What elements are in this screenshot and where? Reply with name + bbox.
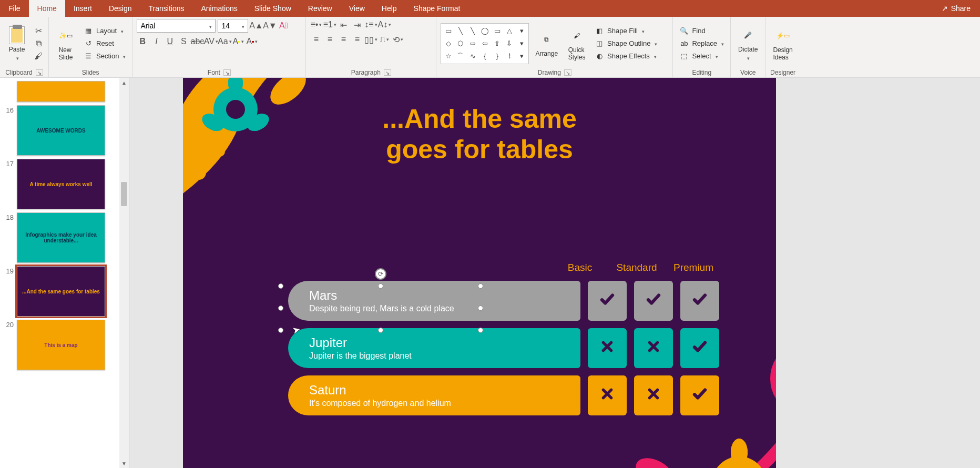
- shapes-gallery[interactable]: ▭╲╲◯▭△▾ ◇⬡⇨⇦⇧⇩▾ ☆⌒∿{}⌇▾: [441, 23, 529, 64]
- drawing-launcher[interactable]: ↘: [564, 69, 571, 76]
- thumbnail-scrollbar[interactable]: ▲ ▼: [119, 78, 129, 468]
- reset-button[interactable]: ↺Reset: [81, 38, 128, 49]
- find-button[interactable]: 🔍Find: [677, 25, 726, 37]
- paragraph-launcher[interactable]: ↘: [384, 69, 391, 76]
- slide-thumbnail[interactable]: Infographics make your idea understable.…: [17, 212, 105, 263]
- numbering-button[interactable]: ≡1: [324, 19, 335, 30]
- tab-file[interactable]: File: [0, 0, 29, 17]
- section-button[interactable]: ☰Section: [81, 50, 128, 62]
- slide-thumbnail[interactable]: AWESOME WORDS: [17, 105, 105, 156]
- quick-styles-button[interactable]: 🖌Quick Styles: [564, 25, 589, 62]
- feature-cell[interactable]: [634, 375, 673, 415]
- resize-handle[interactable]: [478, 283, 483, 289]
- dictate-button[interactable]: 🎤Dictate: [735, 25, 761, 63]
- clear-formatting[interactable]: A⃠: [278, 20, 289, 32]
- slide-thumbnail[interactable]: This is a map: [17, 320, 105, 370]
- copy-button[interactable]: ⧉: [33, 38, 44, 49]
- change-case-button[interactable]: Aa: [219, 36, 230, 47]
- arrange-button[interactable]: ⧉Arrange: [532, 29, 561, 58]
- feature-cell[interactable]: [680, 328, 719, 368]
- align-center[interactable]: ≡: [324, 34, 335, 45]
- tab-design[interactable]: Design: [100, 0, 140, 17]
- shape-effects-button[interactable]: ◐Shape Effects: [593, 50, 659, 62]
- resize-handle[interactable]: [478, 306, 483, 311]
- resize-handle[interactable]: [278, 283, 283, 289]
- row-label-shape[interactable]: Saturn It's composed of hydrogen and hel…: [288, 375, 580, 415]
- tab-animations[interactable]: Animations: [192, 0, 246, 17]
- font-size-combo[interactable]: 14: [218, 19, 248, 33]
- columns-button[interactable]: ▯▯: [365, 34, 376, 45]
- shape-fill-button[interactable]: ◧Shape Fill: [593, 25, 659, 37]
- cut-button[interactable]: ✂: [33, 25, 44, 37]
- slide-thumbnail[interactable]: ...And the same goes for tables: [17, 266, 105, 317]
- font-color-button[interactable]: A: [246, 36, 258, 47]
- rotate-handle[interactable]: ⟳: [375, 268, 386, 280]
- feature-cell[interactable]: [680, 281, 719, 321]
- align-left[interactable]: ≡: [310, 34, 322, 45]
- feature-cell[interactable]: [634, 328, 673, 368]
- slide-title[interactable]: ...And the same goes for tables: [183, 104, 776, 165]
- decrease-indent[interactable]: ⇤: [338, 19, 349, 30]
- feature-cell[interactable]: [634, 281, 673, 321]
- design-ideas-button[interactable]: ⚡▭Design Ideas: [770, 25, 795, 62]
- tab-transitions[interactable]: Transitions: [140, 0, 193, 17]
- thumb-number: 17: [2, 159, 14, 168]
- tab-view[interactable]: View: [341, 0, 373, 17]
- increase-indent[interactable]: ⇥: [351, 19, 363, 30]
- scroll-up-icon[interactable]: ▲: [119, 78, 129, 87]
- layout-button[interactable]: ▦Layout: [81, 25, 128, 37]
- align-right[interactable]: ≡: [338, 34, 349, 45]
- feature-cell[interactable]: [588, 281, 627, 321]
- format-painter-button[interactable]: 🖌: [33, 50, 44, 62]
- italic-button[interactable]: I: [150, 36, 162, 47]
- slide-thumbnail[interactable]: [17, 81, 105, 102]
- main-area: 16 AWESOME WORDS17 A time always works w…: [0, 78, 980, 468]
- replace-button[interactable]: abReplace: [677, 38, 726, 49]
- font-name-combo[interactable]: Arial: [137, 19, 216, 33]
- align-justify[interactable]: ≡: [351, 34, 363, 45]
- tab-help[interactable]: Help: [373, 0, 405, 17]
- align-text-button[interactable]: ⎍: [379, 34, 390, 45]
- char-spacing-button[interactable]: AV: [205, 36, 217, 47]
- text-direction[interactable]: A↕: [379, 19, 390, 30]
- paste-button[interactable]: Paste: [4, 25, 29, 63]
- resize-handle[interactable]: [478, 328, 483, 333]
- slide-thumbnail[interactable]: A time always works well: [17, 159, 105, 209]
- select-button[interactable]: ⬚Select: [677, 50, 726, 62]
- feature-cell[interactable]: [588, 328, 627, 368]
- slide[interactable]: ...And the same goes for tables Basic St…: [183, 78, 776, 468]
- table-row[interactable]: Saturn It's composed of hydrogen and hel…: [288, 375, 719, 415]
- increase-font-size[interactable]: A▲: [250, 20, 262, 32]
- thumb-title: A time always works well: [17, 159, 105, 209]
- tab-slide-show[interactable]: Slide Show: [246, 0, 300, 17]
- decrease-font-size[interactable]: A▼: [264, 20, 275, 32]
- tab-insert[interactable]: Insert: [65, 0, 100, 17]
- table-row[interactable]: Jupiter Jupiter is the biggest planet: [288, 328, 719, 368]
- svg-point-15: [630, 452, 679, 468]
- new-slide-button[interactable]: ✨▭ New Slide: [53, 25, 78, 62]
- feature-cell[interactable]: [588, 375, 627, 415]
- shape-outline-button[interactable]: ◫Shape Outline: [593, 38, 659, 49]
- scroll-down-icon[interactable]: ▼: [119, 459, 129, 468]
- scroll-thumb[interactable]: [121, 182, 127, 206]
- resize-handle[interactable]: [278, 306, 283, 311]
- tab-home[interactable]: Home: [29, 0, 65, 17]
- bold-button[interactable]: B: [137, 36, 148, 47]
- font-highlight-button[interactable]: A: [232, 36, 244, 47]
- resize-handle[interactable]: [378, 283, 383, 289]
- font-launcher[interactable]: ↘: [223, 69, 231, 76]
- strikethrough-button[interactable]: abc: [191, 36, 203, 47]
- clipboard-launcher[interactable]: ↘: [36, 69, 43, 76]
- resize-handle[interactable]: [378, 328, 383, 333]
- tab-shape-format[interactable]: Shape Format: [405, 0, 469, 17]
- tab-review[interactable]: Review: [300, 0, 341, 17]
- row-label-shape[interactable]: Jupiter Jupiter is the biggest planet: [288, 328, 580, 368]
- resize-handle[interactable]: [278, 328, 283, 333]
- smartart-button[interactable]: ⟲: [392, 34, 404, 45]
- feature-cell[interactable]: [680, 375, 719, 415]
- line-spacing[interactable]: ↕≡: [365, 19, 376, 30]
- bullets-button[interactable]: ≡•: [310, 19, 322, 30]
- underline-button[interactable]: U: [164, 36, 176, 47]
- text-shadow-button[interactable]: S: [178, 36, 189, 47]
- share-button[interactable]: ↗ Share: [932, 0, 980, 17]
